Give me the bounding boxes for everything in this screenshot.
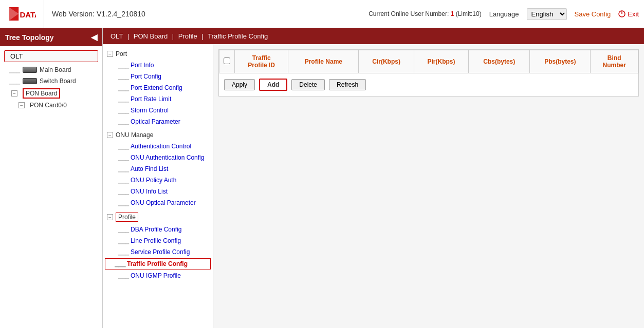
nav-item-onu-auth-config[interactable]: ⎯⎯⎯ONU Authentication Config (103, 152, 213, 163)
nav-item-onu-info-list[interactable]: ⎯⎯⎯ONU Info List (103, 186, 213, 197)
sidebar-title: Tree Topology (5, 33, 54, 42)
sidebar-collapse-button[interactable]: ◀ (91, 32, 97, 42)
nav-item-port-rate-limit[interactable]: ⎯⎯⎯Port Rate Limit (103, 93, 213, 105)
sidebar-header: Tree Topology ◀ (0, 28, 102, 46)
refresh-button[interactable]: Refresh (329, 79, 366, 90)
nav-item-line-profile[interactable]: ⎯⎯⎯Line Profile Config (103, 235, 213, 246)
sidebar-item-switch-board[interactable]: ⎯⎯⎯ Switch Board (0, 75, 102, 87)
main-board-icon (23, 67, 37, 73)
right-panel: TrafficProfile ID Profile Name Cir(Kbps)… (213, 44, 644, 328)
table-header-bind-number: BindNumber (591, 50, 638, 73)
breadcrumb-pon-board[interactable]: PON Board (134, 32, 168, 40)
main-layout: Tree Topology ◀ OLT ⎯⎯⎯ Main Board ⎯⎯⎯ S… (0, 28, 644, 328)
header: DATA Web Version: V1.2.4_210810 Current … (0, 0, 644, 28)
port-expand-icon[interactable]: − (107, 51, 113, 57)
action-bar: Apply Add Delete Refresh (219, 73, 638, 96)
exit-button[interactable]: Exit (618, 10, 639, 18)
pon-card-expand[interactable]: − (19, 102, 25, 108)
traffic-profile-table: TrafficProfile ID Profile Name Cir(Kbps)… (219, 50, 638, 73)
logo-area: DATA (5, 0, 44, 28)
nav-item-optical-parameter[interactable]: ⎯⎯⎯Optical Parameter (103, 116, 213, 127)
sidebar: Tree Topology ◀ OLT ⎯⎯⎯ Main Board ⎯⎯⎯ S… (0, 28, 103, 328)
breadcrumb: OLT | PON Board | Profile | Traffic Prof… (103, 28, 644, 44)
nav-item-port-info[interactable]: ⎯⎯⎯Port Info (103, 60, 213, 71)
nav-group-profile: − Profile ⎯⎯⎯DBA Profile Config ⎯⎯⎯Line … (103, 210, 213, 281)
nav-item-onu-optical-param[interactable]: ⎯⎯⎯ONU Optical Parameter (103, 197, 213, 208)
nav-item-port-extend-config[interactable]: ⎯⎯⎯Port Extend Config (103, 82, 213, 93)
language-select[interactable]: English Chinese (527, 8, 567, 20)
pon-card-label: PON Card0/0 (30, 102, 67, 109)
table-header-checkbox (219, 50, 235, 73)
svg-text:DATA: DATA (20, 10, 36, 19)
nav-item-onu-igmp-profile[interactable]: ⎯⎯⎯ONU IGMP Profile (103, 270, 213, 281)
language-label: Language (489, 10, 519, 18)
olt-label: OLT (10, 52, 23, 60)
sidebar-item-olt[interactable]: OLT (4, 50, 98, 62)
port-group-label: Port (116, 50, 127, 57)
switch-board-label: Switch Board (40, 78, 76, 85)
pon-board-label: PON Board (23, 88, 60, 99)
sidebar-item-main-board[interactable]: ⎯⎯⎯ Main Board (0, 64, 102, 75)
profile-group-label: Profile (116, 213, 138, 222)
main-board-label: Main Board (40, 66, 71, 73)
table-header-pbs: Pbs(bytes) (530, 50, 591, 73)
nav-item-traffic-profile[interactable]: ⎯⎯⎯Traffic Profile Config (105, 258, 211, 269)
power-icon (618, 10, 625, 17)
nav-item-auto-find-list[interactable]: ⎯⎯⎯Auto Find List (103, 163, 213, 175)
table-header-pir: Pir(Kbps) (414, 50, 468, 73)
table-header-cbs: Cbs(bytes) (469, 50, 530, 73)
table-container: TrafficProfile ID Profile Name Cir(Kbps)… (218, 49, 639, 97)
online-count: 1 (451, 10, 454, 17)
version-text: Web Version: V1.2.4_210810 (52, 10, 145, 18)
onu-expand-icon[interactable]: − (107, 132, 113, 138)
middle-nav: − Port ⎯⎯⎯Port Info ⎯⎯⎯Port Config ⎯⎯⎯Po… (103, 44, 213, 328)
add-button[interactable]: Add (259, 79, 287, 91)
table-header-profile-id: TrafficProfile ID (235, 50, 288, 73)
header-right: Current Online User Number: 1 (Limit:10)… (369, 8, 639, 20)
nav-item-storm-control[interactable]: ⎯⎯⎯Storm Control (103, 105, 213, 116)
sidebar-item-pon-card[interactable]: − PON Card0/0 (0, 100, 102, 110)
logo-icon: DATA (5, 4, 36, 24)
switch-board-icon (23, 78, 37, 84)
nav-group-port-header[interactable]: − Port (103, 48, 213, 60)
delete-button[interactable]: Delete (291, 79, 325, 90)
nav-item-dba-profile[interactable]: ⎯⎯⎯DBA Profile Config (103, 224, 213, 235)
onu-group-label: ONU Manage (116, 131, 153, 139)
breadcrumb-profile[interactable]: Profile (178, 32, 197, 40)
pon-board-expand[interactable]: − (11, 90, 17, 97)
content-body: − Port ⎯⎯⎯Port Info ⎯⎯⎯Port Config ⎯⎯⎯Po… (103, 44, 644, 328)
content-area: OLT | PON Board | Profile | Traffic Prof… (103, 28, 644, 328)
sidebar-item-pon-board[interactable]: − PON Board (0, 87, 102, 100)
profile-expand-icon[interactable]: − (107, 214, 113, 220)
breadcrumb-olt[interactable]: OLT (111, 32, 123, 40)
nav-item-auth-control[interactable]: ⎯⎯⎯Authentication Control (103, 141, 213, 152)
nav-group-onu-header[interactable]: − ONU Manage (103, 129, 213, 141)
table-header-profile-name: Profile Name (288, 50, 359, 73)
select-all-checkbox[interactable] (224, 57, 230, 64)
nav-group-profile-header[interactable]: − Profile (103, 210, 213, 224)
nav-item-port-config[interactable]: ⎯⎯⎯Port Config (103, 71, 213, 82)
table-header-cir: Cir(Kbps) (359, 50, 414, 73)
save-config-link[interactable]: Save Config (575, 10, 611, 18)
online-users-label: Current Online User Number: 1 (Limit:10) (369, 10, 481, 17)
breadcrumb-current: Traffic Profile Config (208, 32, 268, 40)
nav-group-onu-manage: − ONU Manage ⎯⎯⎯Authentication Control ⎯… (103, 129, 213, 208)
nav-item-service-profile[interactable]: ⎯⎯⎯Service Profile Config (103, 246, 213, 258)
nav-group-port: − Port ⎯⎯⎯Port Info ⎯⎯⎯Port Config ⎯⎯⎯Po… (103, 48, 213, 127)
apply-button[interactable]: Apply (224, 79, 255, 90)
nav-item-onu-policy-auth[interactable]: ⎯⎯⎯ONU Policy Auth (103, 175, 213, 186)
